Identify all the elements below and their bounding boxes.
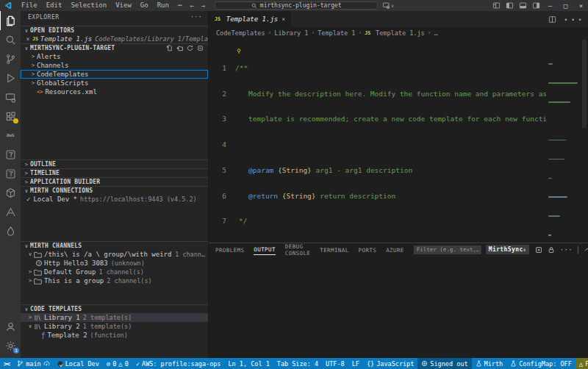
toggle-secondary-sidebar-icon[interactable] [530,1,542,10]
menu-edit[interactable]: Edit [42,0,67,11]
tab-problems[interactable]: PROBLEMS [215,245,244,255]
tree-item-alerts[interactable]: >Alerts [21,52,208,61]
code-editor[interactable]: 1/** 2Modify the description here. Modif… [209,38,588,243]
tab-terminal[interactable]: TERMINAL [320,245,348,255]
remote-indicator[interactable]: >< [0,358,13,369]
tab-size-status[interactable]: Tab Size: 4 [273,358,322,369]
command-center-search[interactable]: mirthsync-plugin-target [215,1,378,10]
menu-selection[interactable]: Selection [66,0,111,11]
nav-back-icon[interactable]: ← [186,2,197,10]
menu-file[interactable]: File [17,0,42,11]
clear-output-icon[interactable] [535,246,542,254]
project-root-header[interactable]: ∨ MIRTHSYNC-PLUGIN-TARGET [21,43,208,52]
open-editors-header[interactable]: ∨ OPEN EDITORS [21,26,208,35]
outline-header[interactable]: > OUTLINE [21,160,208,168]
tree-item-channels[interactable]: >Channels [21,61,208,70]
maximize-button[interactable]: □ [559,0,573,11]
tab-ports[interactable]: PORTS [359,245,377,255]
session-settings-button[interactable]: ∨ [382,1,394,10]
tree-item-globalscripts[interactable]: >GlobalScripts [21,79,208,87]
new-file-icon[interactable] [166,45,173,51]
application-builder-header[interactable]: > APPLICATION BUILDER [21,177,208,186]
channel-group-row[interactable]: > This is a group 2 channel(s) [21,276,208,285]
refresh-icon[interactable] [187,45,193,51]
activity-aws-button[interactable]: aws [0,126,21,145]
problems-status[interactable]: ⊘ 0 △ 0 [103,358,132,369]
explorer-more-actions-icon[interactable]: ··· [190,14,202,21]
tree-item-resources-xml[interactable]: <> Resources.xml [21,87,208,96]
mirth-connections-header[interactable]: ∨ MIRTH CONNECTIONS [21,186,208,195]
minimap[interactable] [547,46,581,237]
activity-search-button[interactable] [0,30,21,49]
close-editor-icon[interactable]: × [24,36,32,43]
activity-extensions-button[interactable] [0,107,21,126]
library-row[interactable]: ∨ Library 2 1 template(s) [21,322,208,331]
minimize-button[interactable]: – [543,0,557,11]
lightbulb-icon[interactable] [236,48,242,54]
aws-profile-status[interactable]: ✓ AWS: profile:saga-ops [132,358,225,369]
activity-run-debug-button[interactable] [0,68,21,87]
template-row[interactable]: ƒ Template 2 (function) [21,331,208,340]
close-window-button[interactable]: × [574,0,588,11]
configmap-status[interactable]: ConfigMap: OFF [506,358,576,369]
maximize-panel-icon[interactable] [584,246,588,254]
breadcrumb-item[interactable]: Template 1 [318,29,355,37]
new-folder-icon[interactable] [176,45,183,51]
customize-layout-icon[interactable] [490,1,502,10]
eol-status[interactable]: LF [348,358,363,369]
tab-template-1-js[interactable]: JS Template 1.js × [209,11,292,27]
split-editor-icon[interactable] [548,15,556,24]
output-filter-input[interactable] [414,246,481,254]
editor-scrollbar[interactable] [581,38,588,243]
breadcrumb-item[interactable]: Template 1.js [376,29,425,37]
open-editor-item[interactable]: × JS Template 1.js CodeTemplates/Library… [21,35,208,43]
menu-overflow[interactable]: ⋯ [173,0,186,11]
close-tab-icon[interactable]: × [282,16,285,23]
activity-mirth-admin-button[interactable] [0,145,21,164]
timeline-header[interactable]: > TIMELINE [21,168,208,177]
tree-item-codetemplates[interactable]: >CodeTemplates [21,70,208,79]
mirth-channels-header[interactable]: ∨ MIRTH CHANNELS [21,241,208,250]
channel-group-row[interactable]: ∨ /this\ is /a \ group/\with weird\chara… [21,250,208,259]
output-channel-select[interactable]: MirthSync ∨ [486,245,529,254]
branch-status[interactable]: main [13,358,53,369]
activity-explorer-button[interactable] [0,11,21,30]
collapse-all-icon[interactable] [197,45,204,51]
activity-mirth-button[interactable] [0,164,21,183]
settings-button[interactable]: 1 [0,336,21,355]
activity-source-control-button[interactable] [0,49,21,68]
activity-azure-button[interactable] [0,202,21,221]
menu-run[interactable]: Run [153,0,173,11]
toggle-panel-icon[interactable] [517,1,528,10]
breadcrumb-item[interactable]: Library 1 [274,29,308,37]
breadcrumb-item[interactable]: … [434,29,437,37]
mirth-connection-status[interactable]: Local Dev [54,358,103,369]
menu-view[interactable]: View [111,0,136,11]
encoding-status[interactable]: UTF-8 [322,358,348,369]
lock-auto-scroll-icon[interactable] [548,246,555,254]
mirth-connection-item[interactable]: ✓ Local Dev * https://localhost:9443 (v4… [21,195,208,204]
channel-group-row[interactable]: > Default Group 1 channel(s) [21,268,208,276]
accounts-button[interactable] [0,317,21,336]
cursor-position-status[interactable]: Ln 1, Col 1 [224,358,273,369]
editor-more-actions-icon[interactable]: ··· [562,12,584,26]
activity-application-builder-button[interactable] [0,183,21,202]
language-status[interactable]: {} JavaScript [363,358,417,369]
menu-go[interactable]: Go [136,0,153,11]
library-row[interactable]: > Library 1 2 template(s) [21,313,208,322]
force-status[interactable]: △ Force: ON [576,358,588,369]
activity-drop-button[interactable] [0,221,21,240]
toggle-sidebar-icon[interactable] [503,1,515,10]
activity-remote-explorer-button[interactable] [0,87,21,107]
panel-more-actions-icon[interactable]: ··· [560,246,573,254]
tab-azure[interactable]: AZURE [386,245,404,255]
mirth-status[interactable]: Mirth [472,358,507,369]
signed-out-status[interactable]: Signed out [417,358,471,369]
tab-output[interactable]: OUTPUT [254,244,276,255]
breadcrumb-item[interactable]: CodeTemplates [216,29,265,37]
nav-forward-icon[interactable]: → [198,2,209,10]
tab-debug-console[interactable]: DEBUG CONSOLE [285,241,310,258]
channel-row[interactable]: ? Http Hello3 3083 (unknown) [21,259,208,268]
code-templates-header[interactable]: ∨ CODE TEMPLATES [21,304,208,313]
output-content[interactable] [209,256,588,358]
